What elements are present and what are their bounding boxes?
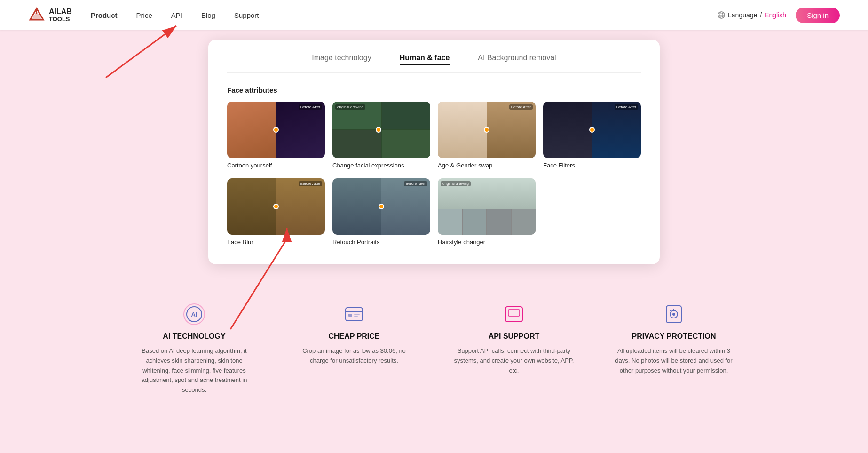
tool-age-gender-thumb: Before After	[438, 102, 536, 158]
tab-ai-background[interactable]: AI Background removal	[478, 54, 556, 65]
nav-support[interactable]: Support	[234, 11, 259, 19]
tool-retouch-name: Retouch Portraits	[332, 238, 430, 246]
tool-expression[interactable]: original drawing Change facial expressio…	[332, 102, 430, 169]
feature-ai-technology: AI AI TECHNOLOGY Based on AI deep learni…	[133, 302, 255, 395]
language-slash: /	[760, 11, 762, 19]
original-drawing-label-2: original drawing	[441, 181, 471, 186]
feature-price-title: CHEAP PRICE	[328, 332, 379, 341]
svg-rect-14	[354, 314, 360, 315]
feature-price-desc: Crop an image for as low as $0.06, no ch…	[293, 346, 415, 366]
price-icon	[342, 302, 366, 326]
feature-ai-title: AI TECHNOLOGY	[163, 332, 225, 341]
feature-api-support: API SUPPORT Support API calls, connect w…	[453, 302, 575, 395]
face-attributes-label: Face attributes	[227, 86, 641, 94]
svg-point-22	[672, 313, 675, 316]
ba-label-5: Before After	[404, 181, 427, 186]
tool-cartoon[interactable]: Before After Cartoon yourself	[227, 102, 325, 169]
tool-face-blur-name: Face Blur	[227, 238, 325, 246]
tool-age-gender[interactable]: Before After Age & Gender swap	[438, 102, 536, 169]
features-section: AI AI TECHNOLOGY Based on AI deep learni…	[0, 283, 868, 405]
nav-product[interactable]: Product	[91, 11, 118, 19]
ai-technology-icon: AI	[182, 302, 206, 326]
privacy-icon	[662, 302, 686, 326]
tool-expression-name: Change facial expressions	[332, 162, 430, 169]
nav-right: Language / English Sign in	[718, 8, 840, 23]
slider-dot-2	[376, 127, 381, 133]
logo-top-text: AILAB	[49, 8, 72, 16]
svg-rect-17	[508, 310, 520, 316]
slider-dot-5	[273, 204, 279, 209]
tool-cartoon-thumb: Before After	[227, 102, 325, 158]
tool-age-gender-name: Age & Gender swap	[438, 162, 536, 169]
tab-image-technology[interactable]: Image technology	[312, 54, 371, 65]
original-drawing-label: original drawing	[335, 104, 365, 110]
tool-retouch-thumb: Before After	[332, 178, 430, 235]
ba-label-2: Before After	[509, 104, 533, 110]
logo-bottom-text: TOOLS	[49, 16, 72, 23]
svg-rect-15	[354, 316, 358, 317]
feature-privacy-title: PRIVACY PROTECTION	[632, 332, 716, 341]
feature-privacy: PRIVACY PROTECTION All uploaded items wi…	[613, 302, 735, 395]
feature-privacy-desc: All uploaded items will be cleared withi…	[613, 346, 735, 375]
privacy-protection-icon	[662, 302, 686, 326]
logo-icon	[28, 7, 45, 24]
product-tabs: Image technology Human & face AI Backgro…	[227, 54, 641, 73]
nav-links: Product Price API Blog Support	[91, 11, 718, 19]
logo[interactable]: AILAB TOOLS	[28, 7, 72, 24]
tool-hairstyle[interactable]: original drawing Hairstyle changer	[438, 178, 536, 246]
language-label: Language	[728, 11, 757, 19]
api-support-icon	[502, 302, 526, 326]
svg-text:AI: AI	[191, 311, 197, 318]
ba-label-3: Before After	[615, 104, 638, 110]
language-selector[interactable]: Language / English	[718, 11, 786, 19]
tool-cartoon-name: Cartoon yourself	[227, 162, 325, 169]
tools-grid: Before After Cartoon yourself original d…	[227, 102, 641, 246]
feature-ai-desc: Based on AI deep learning algorithm, it …	[133, 346, 255, 395]
tab-human-face[interactable]: Human & face	[400, 54, 450, 65]
main-content: Image technology Human & face AI Backgro…	[0, 30, 868, 283]
feature-cheap-price: CHEAP PRICE Crop an image for as low as …	[293, 302, 415, 395]
tool-face-filters-thumb: Before After	[543, 102, 641, 158]
slider-dot-4	[589, 127, 595, 133]
tool-expression-thumb: original drawing	[332, 102, 430, 158]
api-icon	[502, 302, 526, 326]
tool-hairstyle-thumb: original drawing	[438, 178, 536, 235]
nav-price[interactable]: Price	[136, 11, 152, 19]
tool-face-blur-thumb: Before After	[227, 178, 325, 235]
slider-dot-3	[484, 127, 489, 133]
slider-dot-6	[379, 204, 384, 209]
navbar: AILAB TOOLS Product Price API Blog Suppo…	[0, 0, 868, 30]
svg-rect-13	[348, 314, 352, 317]
feature-api-title: API SUPPORT	[489, 332, 539, 341]
before-after-label: Before After	[299, 104, 322, 110]
tool-face-blur[interactable]: Before After Face Blur	[227, 178, 325, 246]
product-dropdown: Image technology Human & face AI Backgro…	[208, 40, 660, 264]
ba-label-4: Before After	[299, 181, 322, 186]
signin-button[interactable]: Sign in	[796, 8, 840, 23]
feature-api-desc: Support API calls, connect with third-pa…	[453, 346, 575, 375]
tool-hairstyle-name: Hairstyle changer	[438, 238, 536, 246]
globe-icon	[718, 11, 725, 19]
language-value: English	[765, 11, 786, 19]
tool-face-filters[interactable]: Before After Face Filters	[543, 102, 641, 169]
ai-icon: AI	[182, 302, 206, 326]
tool-retouch[interactable]: Before After Retouch Portraits	[332, 178, 430, 246]
tool-face-filters-name: Face Filters	[543, 162, 641, 169]
cheap-price-icon	[342, 302, 366, 326]
slider-dot	[273, 127, 279, 133]
nav-blog[interactable]: Blog	[201, 11, 215, 19]
nav-api[interactable]: API	[171, 11, 182, 19]
